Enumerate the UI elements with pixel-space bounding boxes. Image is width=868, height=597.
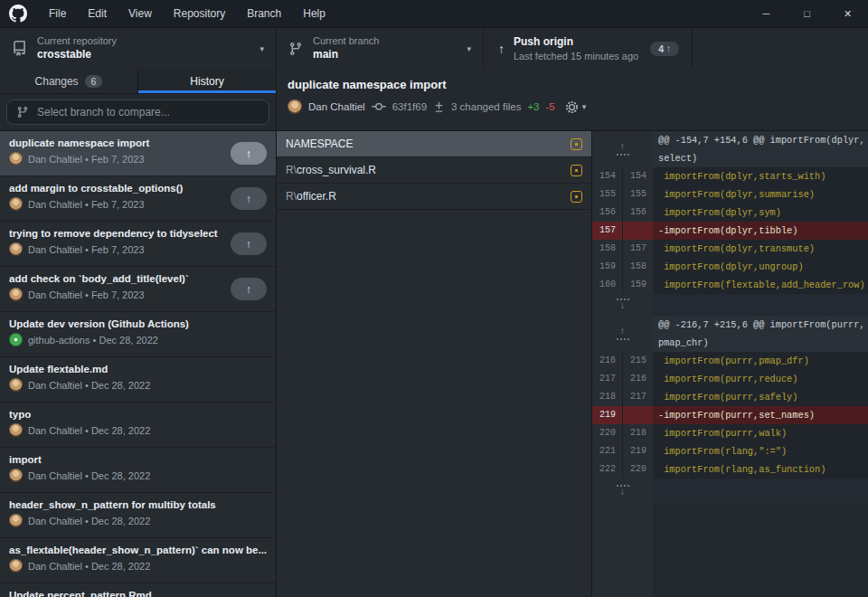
commit-title: import	[9, 454, 269, 465]
commit-list: duplicate namespace importDan Chaltiel •…	[0, 131, 276, 597]
push-count-badge: 4 ↑	[650, 42, 679, 56]
diff-old-line-number: 220	[592, 424, 622, 442]
menu-item-view[interactable]: View	[118, 0, 163, 27]
dotted-line	[617, 338, 629, 340]
arrow-down-icon: ↓	[619, 302, 625, 311]
diff-new-line-number: 218	[622, 424, 653, 442]
push-count: 4	[658, 43, 664, 54]
file-dir: R\	[286, 164, 297, 176]
avatar	[9, 242, 23, 256]
diff-old-line-number: 218	[592, 388, 622, 406]
menu-item-branch[interactable]: Branch	[236, 0, 292, 27]
avatar	[9, 469, 23, 482]
diff-new-line-number: 159	[622, 276, 653, 294]
arrow-up-icon: ↑	[666, 43, 671, 53]
diff-hunk-header-line: pmap_chr)	[658, 334, 868, 352]
commit-list-item[interactable]: trying to remove dependency to tidyselec…	[0, 222, 276, 267]
additions-count: +3	[527, 101, 539, 112]
menu-item-file[interactable]: File	[38, 0, 77, 27]
commit-meta: Dan Chaltiel • Dec 28, 2022	[9, 378, 269, 392]
file-list-item[interactable]: R\officer.R	[277, 184, 591, 210]
push-origin-button[interactable]: ↑ Push origin Last fetched 15 minutes ag…	[484, 28, 693, 69]
maximize-button[interactable]: □	[787, 0, 827, 27]
diff-expand-up-button[interactable]: ↑	[617, 143, 629, 156]
unpushed-arrow-badge: ↑	[231, 187, 267, 210]
commit-meta: Dan Chaltiel • Dec 28, 2022	[9, 469, 269, 482]
commit-detail-title: duplicate namespace import	[288, 78, 857, 91]
commit-list-item[interactable]: typoDan Chaltiel • Dec 28, 2022	[0, 403, 276, 448]
diff-new-line-number: 157	[622, 240, 653, 258]
current-repository-value: crosstable	[37, 48, 117, 61]
changed-files-count: 3 changed files	[451, 101, 521, 112]
diff-code-text: importFrom(dplyr,ungroup)	[653, 258, 868, 276]
commit-author-date: Dan Chaltiel • Dec 28, 2022	[28, 380, 150, 391]
commit-author-date: Dan Chaltiel • Feb 7, 2023	[28, 244, 145, 255]
commit-list-item[interactable]: Update flextable.mdDan Chaltiel • Dec 28…	[0, 357, 276, 403]
commit-meta: Dan Chaltiel • Dec 28, 2022	[9, 559, 269, 573]
commit-list-item[interactable]: add check on `body_add_title(level)`Dan …	[0, 267, 276, 312]
window-controls: ─ □ ✕	[746, 0, 868, 27]
compare-branch-input[interactable]: Select branch to compare...	[6, 100, 269, 125]
diff-old-line-number: 217	[592, 370, 622, 388]
titlebar: FileEditViewRepositoryBranchHelp ─ □ ✕	[0, 0, 868, 27]
diff-line: 157-importFrom(dplyr,tibble)	[592, 222, 868, 240]
diff-line: 220218 importFrom(purrr,walk)	[592, 424, 868, 442]
diff-expand-down-button[interactable]: ↓	[617, 298, 629, 311]
commit-list-item[interactable]: add margin to crosstable_options()Dan Ch…	[0, 176, 276, 222]
unpushed-arrow-badge: ↑	[231, 232, 267, 255]
commit-sha[interactable]: 63f1f69	[392, 101, 427, 112]
close-button[interactable]: ✕	[827, 0, 868, 27]
push-origin-title: Push origin	[514, 35, 638, 48]
commit-list-item[interactable]: Update dev version (Github Actions)githu…	[0, 312, 276, 357]
file-list-item[interactable]: R\cross_survival.R	[277, 157, 591, 184]
dotted-line	[617, 154, 629, 156]
diff-expand-down-button[interactable]: ↓	[617, 485, 629, 498]
menu-item-help[interactable]: Help	[292, 0, 336, 27]
commit-author: Dan Chaltiel	[308, 101, 365, 112]
diff-old-line-number: 156	[592, 204, 622, 222]
chevron-down-icon: ▾	[259, 44, 264, 53]
avatar	[9, 197, 23, 211]
diff-code-text: importFrom(rlang,as_function)	[653, 460, 868, 479]
commit-title: header_show_n_pattern for multiby totals	[9, 499, 269, 510]
diff-code-text: -importFrom(dplyr,tibble)	[653, 222, 868, 240]
unpushed-arrow-badge: ↑	[231, 278, 267, 300]
current-branch-label: Current branch	[313, 35, 379, 46]
commit-list-item[interactable]: Update percent_pattern.RmdDan Chaltiel •…	[0, 583, 276, 597]
diff-hunk-header-text: @@ -154,7 +154,6 @@ importFrom(dplyr,sel…	[653, 131, 868, 167]
tab-changes[interactable]: Changes 6	[0, 69, 137, 93]
changes-history-tabbar: Changes 6 History	[0, 69, 276, 94]
tab-history[interactable]: History	[137, 69, 276, 93]
diff-old-line-number: 159	[592, 258, 622, 276]
commit-list-item[interactable]: importDan Chaltiel • Dec 28, 2022	[0, 448, 276, 493]
menu-item-edit[interactable]: Edit	[77, 0, 118, 27]
diff-new-line-number: 216	[622, 370, 653, 388]
changed-files-panel: NAMESPACER\cross_survival.RR\officer.R	[277, 131, 592, 597]
diff-line: 221219 importFrom(rlang,":=")	[592, 442, 868, 460]
diff-line: 158157 importFrom(dplyr,transmute)	[592, 240, 868, 258]
diff-expand-up-button[interactable]: ↑	[617, 327, 629, 340]
avatar	[9, 333, 23, 346]
diff-expander-gutter: ↓	[592, 294, 653, 316]
tab-changes-label: Changes	[35, 75, 79, 88]
current-branch-button[interactable]: Current branch main ▾	[277, 28, 484, 69]
minimize-button[interactable]: ─	[746, 0, 787, 27]
commit-list-item[interactable]: duplicate namespace importDan Chaltiel •…	[0, 131, 276, 176]
commit-meta: Dan Chaltiel • Feb 7, 2023	[9, 152, 269, 166]
file-modified-icon	[571, 191, 582, 203]
menu-item-repository[interactable]: Repository	[163, 0, 236, 27]
github-logo-icon	[9, 5, 27, 23]
commit-list-item[interactable]: header_show_n_pattern for multiby totals…	[0, 493, 276, 538]
diff-code-text: importFrom(purrr,walk)	[653, 424, 868, 442]
compare-branch-row: Select branch to compare...	[0, 94, 276, 131]
commit-list-item[interactable]: as_flextable(header_show_n_pattern)` can…	[0, 538, 276, 583]
current-repository-button[interactable]: Current repository crosstable ▾	[0, 28, 277, 69]
diff-filler-gutter	[592, 504, 653, 597]
diff-options-button[interactable]: ▾	[565, 100, 587, 114]
commit-title: Update dev version (Github Actions)	[9, 318, 269, 329]
compare-placeholder: Select branch to compare...	[37, 106, 170, 118]
arrow-down-icon: ↓	[619, 488, 625, 498]
file-list-item[interactable]: NAMESPACE	[277, 131, 591, 157]
file-name: R\cross_survival.R	[286, 164, 376, 176]
commit-meta: github-actions • Dec 28, 2022	[9, 333, 269, 346]
